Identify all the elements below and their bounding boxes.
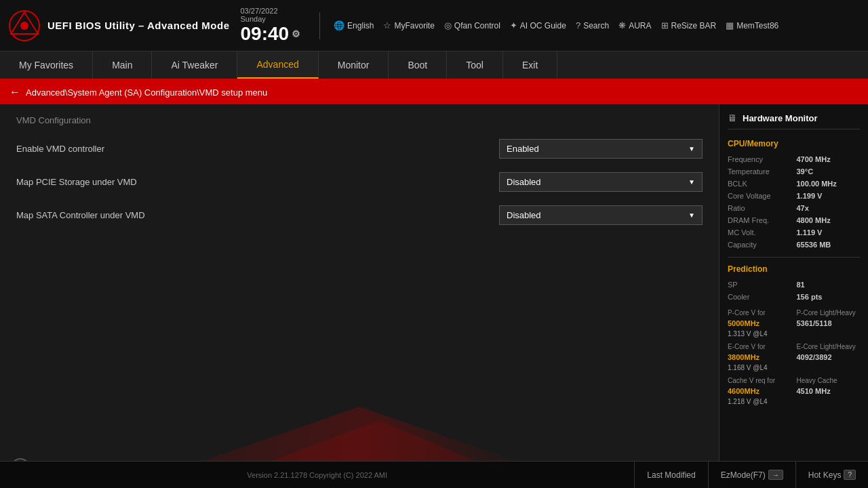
pred-sub: 1.168 V @L4 xyxy=(728,364,791,371)
nav-item-my_favorites[interactable]: My Favorites xyxy=(0,52,93,79)
config-row-map_sata: Map SATA Controller under VMD Disabled ▼ xyxy=(16,205,703,225)
hw-cpu-memory-title: CPU/Memory xyxy=(728,139,860,148)
config-dropdown-map_sata[interactable]: Disabled ▼ xyxy=(499,205,703,225)
hw-value: 47x xyxy=(797,204,861,212)
pred-freq: 5000MHz xyxy=(728,319,791,327)
section-title: VMD Configuration xyxy=(16,115,703,125)
hw-sp-grid: SP81Cooler156 pts xyxy=(728,281,860,301)
top-menu-item-memtest[interactable]: ▦MemTest86 xyxy=(726,20,778,30)
hw-value: 100.00 MHz xyxy=(797,180,861,188)
pred-label: E-Core V for xyxy=(728,343,791,350)
config-dropdown-enable_vmd[interactable]: Enabled ▼ xyxy=(499,139,703,159)
pred-label: E-Core Light/Heavy xyxy=(797,343,861,350)
top-menu: 🌐English☆MyFavorite◎Qfan Control✦AI OC G… xyxy=(334,20,860,30)
dropdown-arrow-map_pcie: ▼ xyxy=(688,178,695,186)
config-label-enable_vmd: Enable VMD controller xyxy=(16,144,499,154)
footer: Version 2.21.1278 Copyright (C) 2022 AMI… xyxy=(0,461,868,488)
english-icon: 🌐 xyxy=(334,20,344,30)
nav-item-tool[interactable]: Tool xyxy=(447,52,503,79)
nav-item-boot[interactable]: Boot xyxy=(389,52,447,79)
hw-label: Cooler xyxy=(728,293,791,301)
breadcrumb-bar: ← Advanced\System Agent (SA) Configurati… xyxy=(0,80,868,104)
navbar: My FavoritesMainAi TweakerAdvancedMonito… xyxy=(0,52,868,80)
footer-version: Version 2.21.1278 Copyright (C) 2022 AMI xyxy=(0,471,634,479)
pred-sub: 1.313 V @L4 xyxy=(728,330,791,338)
hw-label: Core Voltage xyxy=(728,192,791,200)
dropdown-arrow-map_sata: ▼ xyxy=(688,211,695,219)
hw-divider xyxy=(728,257,860,258)
hw-cache-row: Cache V req for Heavy Cache 4600MHz 4510… xyxy=(728,377,860,405)
main-content: VMD Configuration Enable VMD controller … xyxy=(0,104,868,461)
nav-item-monitor[interactable]: Monitor xyxy=(319,52,389,79)
hw-prediction-title: Prediction xyxy=(728,264,860,274)
datetime-area: 03/27/2022 Sunday 09:40 ⚙ xyxy=(240,7,300,45)
app-title: UEFI BIOS Utility – Advanced Mode xyxy=(47,20,229,31)
pred-label: Heavy Cache xyxy=(797,377,861,384)
hw-label: DRAM Freq. xyxy=(728,216,791,224)
hw-pred-row: E-Core V for E-Core Light/Heavy 3800MHz … xyxy=(728,343,860,371)
config-row-map_pcie: Map PCIE Storage under VMD Disabled ▼ xyxy=(16,172,703,192)
hw-value: 4700 MHz xyxy=(797,155,861,163)
footer-badge-hot_keys: ? xyxy=(844,470,856,480)
aura-icon: ❋ xyxy=(618,20,626,30)
config-label-map_pcie: Map PCIE Storage under VMD xyxy=(16,177,499,187)
ai_oc-icon: ✦ xyxy=(510,20,517,30)
pred-value: 4092/3892 xyxy=(797,353,861,361)
config-label-map_sata: Map SATA Controller under VMD xyxy=(16,210,499,220)
gear-icon: ⚙ xyxy=(292,28,300,39)
search-icon: ? xyxy=(576,20,580,30)
nav-item-ai_tweaker[interactable]: Ai Tweaker xyxy=(152,52,237,79)
top-menu-item-qfan[interactable]: ◎Qfan Control xyxy=(444,20,500,30)
hw-label: SP xyxy=(728,281,791,289)
pred-freq: 4600MHz xyxy=(728,387,791,395)
top-menu-item-resize_bar[interactable]: ⊞ReSize BAR xyxy=(661,20,717,30)
footer-btn-last_modified[interactable]: Last Modified xyxy=(634,462,707,488)
top-menu-item-search[interactable]: ?Search xyxy=(576,20,609,30)
hw-monitor-header: 🖥 Hardware Monitor xyxy=(728,113,860,129)
config-dropdown-map_pcie[interactable]: Disabled ▼ xyxy=(499,172,703,192)
monitor-icon: 🖥 xyxy=(728,113,737,123)
hw-content: CPU/MemoryFrequency4700 MHzTemperature39… xyxy=(728,139,860,405)
top-menu-item-myfavorite[interactable]: ☆MyFavorite xyxy=(383,20,434,30)
footer-right: Last ModifiedEzMode(F7)→Hot Keys? xyxy=(634,462,868,488)
hw-value: 1.199 V xyxy=(797,192,861,200)
footer-btn-hot_keys[interactable]: Hot Keys? xyxy=(795,462,868,488)
left-panel: VMD Configuration Enable VMD controller … xyxy=(0,104,719,461)
config-row-enable_vmd: Enable VMD controller Enabled ▼ xyxy=(16,139,703,159)
top-menu-item-aura[interactable]: ❋AURA xyxy=(618,20,651,30)
date-display: 03/27/2022 Sunday xyxy=(240,7,300,23)
pred-value: 4510 MHz xyxy=(797,387,861,395)
hw-label: Frequency xyxy=(728,155,791,163)
footer-btn-ezmode[interactable]: EzMode(F7)→ xyxy=(708,462,795,488)
header-divider xyxy=(319,12,320,39)
time-display: 09:40 ⚙ xyxy=(240,23,300,45)
dropdown-arrow-enable_vmd: ▼ xyxy=(688,145,695,152)
nav-item-exit[interactable]: Exit xyxy=(503,52,557,79)
resize_bar-icon: ⊞ xyxy=(661,20,669,30)
asus-rog-logo xyxy=(8,9,41,42)
top-menu-item-english[interactable]: 🌐English xyxy=(334,20,374,30)
footer-badge-ezmode: → xyxy=(768,470,783,480)
pred-value: 5361/5118 xyxy=(797,319,861,327)
title-area: UEFI BIOS Utility – Advanced Mode xyxy=(47,20,229,31)
logo-area: UEFI BIOS Utility – Advanced Mode xyxy=(8,9,229,42)
pred-sub: 1.218 V @L4 xyxy=(728,398,791,405)
hw-pred-row: P-Core V for P-Core Light/Heavy 5000MHz … xyxy=(728,309,860,338)
back-button[interactable]: ← xyxy=(9,86,20,98)
right-panel: 🖥 Hardware Monitor CPU/MemoryFrequency47… xyxy=(719,104,868,461)
hw-cpu-memory-grid: Frequency4700 MHzTemperature39°CBCLK100.… xyxy=(728,155,860,249)
pred-label: P-Core Light/Heavy xyxy=(797,309,861,317)
myfavorite-icon: ☆ xyxy=(383,20,391,30)
pred-label: Cache V req for xyxy=(728,377,791,384)
top-menu-item-ai_oc[interactable]: ✦AI OC Guide xyxy=(510,20,566,30)
config-rows: Enable VMD controller Enabled ▼ Map PCIE… xyxy=(16,139,703,225)
nav-item-advanced[interactable]: Advanced xyxy=(237,52,318,79)
pred-label: P-Core V for xyxy=(728,309,791,317)
nav-item-main[interactable]: Main xyxy=(93,52,152,79)
breadcrumb-text: Advanced\System Agent (SA) Configuration… xyxy=(26,87,267,98)
hw-value: 65536 MB xyxy=(797,241,861,249)
hw-value: 39°C xyxy=(797,167,861,176)
hw-label: Temperature xyxy=(728,167,791,176)
header: UEFI BIOS Utility – Advanced Mode 03/27/… xyxy=(0,0,868,52)
hw-value: 1.119 V xyxy=(797,228,861,237)
